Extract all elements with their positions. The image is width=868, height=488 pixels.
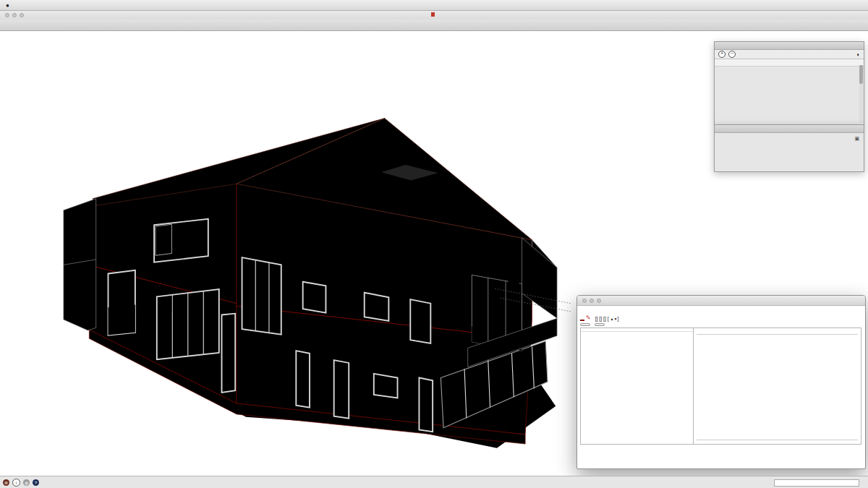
toolbar	[0, 20, 868, 31]
claim-credit-icon[interactable]: ◍	[23, 479, 30, 486]
layers-scrollbar[interactable]	[859, 65, 863, 123]
designph-title-bar[interactable]	[577, 296, 865, 306]
designph-traffic-lights	[582, 299, 601, 303]
status-bar: ⊛ i ◍ ?	[0, 476, 868, 488]
entity-info-header[interactable]	[715, 125, 864, 133]
remove-layer-button[interactable]: −	[728, 51, 736, 58]
measurements-input[interactable]	[774, 479, 859, 487]
update-window-options-button[interactable]	[580, 323, 590, 326]
designph-close-button[interactable]	[582, 299, 587, 303]
layers-panel: + − ◐	[714, 41, 864, 125]
designph-minimize-button[interactable]	[590, 299, 594, 303]
window-title	[0, 12, 868, 18]
entity-info-panel: ▣	[714, 124, 864, 172]
layers-detail-arrow-icon[interactable]: ◐	[856, 51, 860, 58]
heat-balance-panel	[580, 328, 694, 445]
building-model[interactable]	[64, 119, 571, 445]
layers-panel-header[interactable]	[715, 42, 864, 50]
add-layer-button[interactable]: +	[718, 51, 726, 58]
designph-version-line: [] [] [] [ ▲▼]	[595, 316, 619, 321]
project-overview-panel	[694, 328, 861, 445]
pencil-icon: ✎	[586, 314, 591, 321]
document-icon	[431, 12, 435, 17]
language-stepper-icon[interactable]: ▲▼	[610, 317, 618, 321]
layers-column-headers	[715, 59, 864, 67]
designph-zoom-button[interactable]	[597, 299, 601, 303]
designph-logo	[580, 320, 584, 321]
left-gable	[64, 199, 96, 330]
redraw-windows-button[interactable]	[595, 323, 605, 326]
menu-bar: ●	[0, 0, 868, 11]
credits-info-icon[interactable]: i	[12, 479, 20, 487]
apple-menu-icon[interactable]: ●	[6, 2, 9, 9]
geolocation-icon[interactable]: ⊛	[3, 479, 9, 486]
layers-toolbar: + − ◐	[715, 50, 864, 59]
designph-window: ✎ [] [] [] [ ▲▼]	[576, 295, 866, 469]
camera-icon[interactable]: ▣	[854, 136, 859, 142]
help-icon[interactable]: ?	[33, 479, 39, 486]
window-title-bar	[0, 10, 868, 20]
heat-balance-chart	[581, 332, 693, 437]
